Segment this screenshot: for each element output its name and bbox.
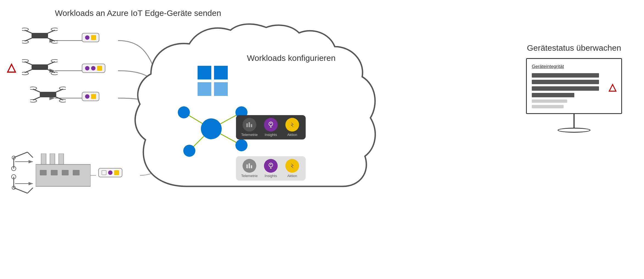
- svg-point-78: [270, 164, 271, 165]
- svg-point-70: [270, 123, 271, 124]
- drone-3: [30, 85, 66, 105]
- workloads-send-label: Workloads an Azure IoT Edge-Geräte sende…: [55, 8, 221, 18]
- svg-rect-43: [41, 153, 46, 166]
- svg-rect-66: [251, 124, 252, 127]
- drone-1: [22, 26, 58, 46]
- svg-rect-47: [40, 170, 47, 175]
- svg-line-39: [14, 188, 27, 193]
- edge-box-drone-3: [82, 92, 99, 101]
- svg-rect-51: [198, 66, 211, 79]
- bar-4: [532, 93, 574, 97]
- workload-card-light: Telemetrie Insights: [236, 156, 306, 181]
- robot-arm-top: [5, 149, 38, 172]
- svg-line-35: [27, 152, 33, 158]
- workload-card-dark: Telemetrie Insights: [236, 115, 306, 140]
- svg-line-34: [14, 152, 27, 158]
- monitor-area: Gerätestatus überwachen Geräteintegrität…: [526, 42, 622, 133]
- svg-rect-65: [249, 122, 250, 127]
- drone-2: △: [22, 58, 58, 78]
- bar-2: [532, 80, 599, 84]
- robot-arm-bottom: [5, 174, 38, 197]
- svg-rect-74: [251, 165, 252, 168]
- svg-rect-48: [51, 170, 58, 175]
- edge-box-factory: [98, 168, 122, 177]
- factory-building: [36, 153, 91, 190]
- svg-point-60: [178, 106, 190, 118]
- svg-rect-64: [246, 123, 248, 127]
- svg-point-62: [183, 145, 195, 157]
- svg-rect-49: [62, 170, 69, 175]
- bar-3: [532, 86, 599, 91]
- device-status-label: Gerätestatus überwachen: [526, 42, 622, 53]
- integrity-header: Geräteintegrität: [532, 64, 616, 69]
- bar-1: [532, 73, 599, 78]
- integrity-bars: △: [532, 73, 616, 108]
- svg-rect-50: [73, 170, 80, 175]
- monitor-screen: Geräteintegrität △: [526, 58, 622, 114]
- svg-rect-44: [50, 153, 55, 166]
- svg-marker-79: [291, 163, 294, 169]
- monitor-alert-triangle: △: [609, 81, 616, 93]
- edge-box-drone-2: [82, 64, 105, 73]
- bar-5: [532, 99, 567, 103]
- diagram-container: Workloads an Azure IoT Edge-Geräte sende…: [0, 0, 644, 279]
- svg-rect-52: [214, 66, 228, 79]
- svg-rect-72: [246, 164, 248, 168]
- workloads-configure-label: Workloads konfigurieren: [247, 53, 336, 63]
- svg-line-40: [27, 188, 33, 193]
- svg-rect-45: [59, 153, 64, 166]
- svg-marker-71: [291, 122, 294, 127]
- bar-6: [532, 105, 564, 108]
- svg-rect-73: [249, 163, 250, 168]
- svg-point-63: [235, 139, 248, 151]
- svg-point-59: [201, 118, 222, 139]
- edge-box-drone-1: [82, 33, 99, 42]
